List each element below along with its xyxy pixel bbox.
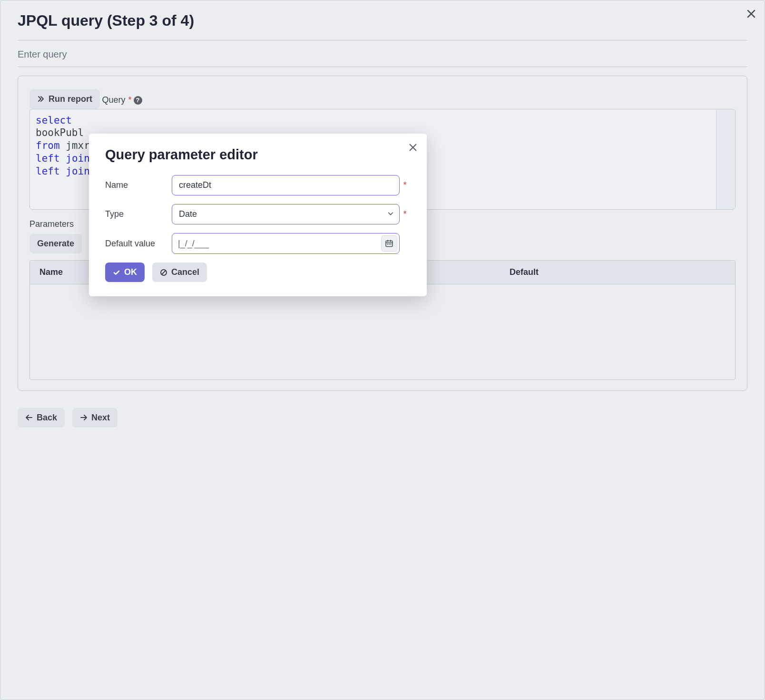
close-icon[interactable] — [406, 140, 420, 155]
wizard-page: JPQL query (Step 3 of 4) Enter query Run… — [0, 0, 765, 700]
form-row-name: Name * — [105, 175, 411, 195]
th-default: Default — [500, 261, 735, 284]
divider — [18, 67, 747, 67]
divider — [18, 40, 747, 40]
check-icon — [113, 269, 120, 276]
type-label: Type — [105, 209, 172, 219]
back-label: Back — [37, 413, 57, 423]
help-icon[interactable]: ? — [134, 96, 142, 105]
name-label: Name — [105, 180, 172, 190]
wizard-footer: Back Next — [18, 408, 747, 428]
required-asterisk: * — [403, 209, 411, 219]
cancel-label: Cancel — [171, 267, 199, 277]
name-input[interactable] — [172, 175, 400, 195]
table-body — [30, 284, 735, 379]
svg-rect-1 — [387, 244, 388, 245]
query-parameter-editor-dialog: Query parameter editor Name * Type * — [89, 134, 427, 296]
next-label: Next — [91, 413, 110, 423]
chevron-double-right-icon — [37, 95, 45, 103]
svg-rect-2 — [389, 244, 390, 245]
cancel-button[interactable]: Cancel — [152, 262, 207, 282]
calendar-button[interactable] — [381, 235, 397, 252]
generate-button[interactable]: Generate — [29, 234, 82, 253]
generate-label: Generate — [37, 239, 74, 249]
back-button[interactable]: Back — [18, 408, 65, 428]
type-select[interactable] — [172, 204, 400, 224]
run-report-label: Run report — [49, 94, 92, 104]
form-row-default-value: Default value — [105, 233, 411, 254]
ok-button[interactable]: OK — [105, 262, 145, 282]
required-asterisk: * — [403, 180, 411, 190]
arrow-right-icon — [80, 414, 88, 421]
default-value-label: Default value — [105, 239, 172, 249]
run-report-button[interactable]: Run report — [29, 89, 100, 109]
next-button[interactable]: Next — [72, 408, 118, 428]
page-title: JPQL query (Step 3 of 4) — [18, 12, 747, 29]
ok-label: OK — [124, 267, 137, 277]
query-label-text: Query — [102, 95, 125, 105]
svg-rect-3 — [390, 244, 391, 245]
dialog-title: Query parameter editor — [105, 147, 411, 163]
dialog-footer: OK Cancel — [105, 262, 411, 282]
default-value-input[interactable] — [172, 236, 381, 252]
calendar-icon — [385, 239, 393, 248]
scrollbar[interactable] — [716, 109, 735, 209]
page-subheading: Enter query — [18, 49, 747, 60]
query-field-label: Query * ? — [102, 95, 142, 105]
required-asterisk: * — [128, 95, 131, 105]
close-icon[interactable] — [744, 6, 759, 21]
cancel-icon — [160, 269, 167, 276]
arrow-left-icon — [25, 414, 33, 421]
form-row-type: Type * — [105, 204, 411, 224]
